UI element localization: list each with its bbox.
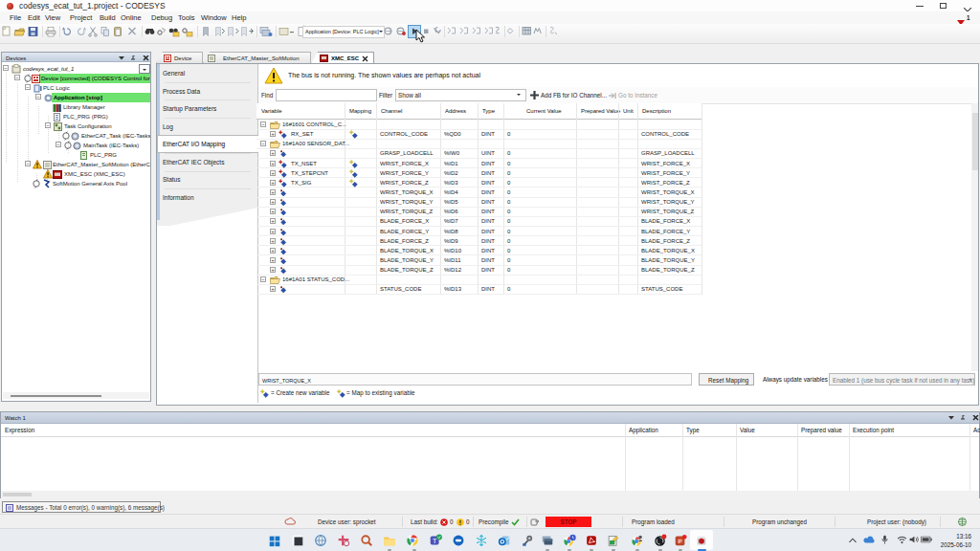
svg-text:T: T — [433, 538, 437, 544]
svg-text:P: P — [679, 538, 682, 544]
